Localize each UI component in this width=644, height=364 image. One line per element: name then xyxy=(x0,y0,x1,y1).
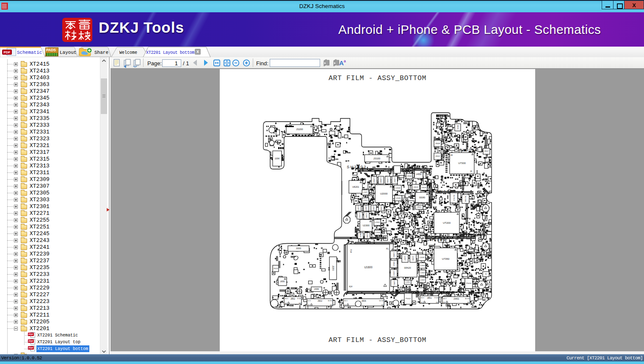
svg-text:G3: G3 xyxy=(299,303,301,304)
svg-text:J9202: J9202 xyxy=(435,155,440,157)
svg-text:P1: P1 xyxy=(386,248,389,250)
svg-text:00N20: 00N20 xyxy=(404,267,411,269)
svg-text:L2406: L2406 xyxy=(412,256,414,261)
svg-text:L2450: L2450 xyxy=(405,281,410,283)
svg-text:L2005: L2005 xyxy=(396,197,401,199)
svg-text:U2000: U2000 xyxy=(380,192,388,195)
svg-text:SH9001: SH9001 xyxy=(426,237,447,242)
svg-text:L2012: L2012 xyxy=(363,199,368,201)
svg-text:G2 2: G2 2 xyxy=(344,300,348,302)
svg-text:L8000: L8000 xyxy=(417,206,422,208)
svg-text:J9024: J9024 xyxy=(274,267,279,270)
svg-text:30 R2: 30 R2 xyxy=(328,300,332,302)
svg-text:L8001: L8001 xyxy=(413,186,418,188)
svg-text:J8201: J8201 xyxy=(457,125,459,130)
svg-text:L2403: L2403 xyxy=(420,272,425,274)
svg-text:L1027: L1027 xyxy=(363,191,368,193)
svg-text:L2037: L2037 xyxy=(365,206,367,211)
svg-text:P5400: P5400 xyxy=(466,282,472,284)
svg-text:L2405: L2405 xyxy=(420,256,425,258)
svg-text:J902: J902 xyxy=(318,300,322,302)
svg-text:L2404: L2404 xyxy=(420,264,425,267)
svg-text:00080: 00080 xyxy=(419,196,425,199)
svg-text:L2008: L2008 xyxy=(387,178,389,183)
svg-text:44: 44 xyxy=(451,154,453,156)
svg-text:U4550: U4550 xyxy=(416,173,422,175)
svg-text:SH9004: SH9004 xyxy=(459,148,478,152)
svg-text:U836: U836 xyxy=(280,281,285,283)
svg-text:8 G4: 8 G4 xyxy=(434,297,438,299)
svg-text:FL7004: FL7004 xyxy=(464,196,467,202)
svg-text:240M: 240M xyxy=(314,288,319,290)
svg-text:L2034: L2034 xyxy=(380,206,382,211)
svg-text:J8007: J8007 xyxy=(484,150,489,152)
svg-text:54 G4: 54 G4 xyxy=(379,300,383,302)
svg-text:G3: G3 xyxy=(381,304,383,306)
svg-text:G1: G1 xyxy=(285,303,287,304)
svg-text:G1: G1 xyxy=(421,302,423,303)
svg-text:40 G4: 40 G4 xyxy=(465,298,469,300)
svg-text:60N21: 60N21 xyxy=(393,261,395,267)
svg-text:P5402: P5402 xyxy=(406,297,411,300)
svg-text:J3250: J3250 xyxy=(332,266,334,271)
svg-text:8 G4: 8 G4 xyxy=(297,298,301,300)
svg-text:L8005: L8005 xyxy=(421,186,426,189)
svg-text:L2303: L2303 xyxy=(359,213,361,218)
svg-text:L2010: L2010 xyxy=(373,178,375,183)
svg-text:L2007: L2007 xyxy=(394,178,396,183)
svg-text:G3: G3 xyxy=(436,302,438,303)
svg-text:J851: J851 xyxy=(427,297,432,299)
svg-text:U7300: U7300 xyxy=(458,162,466,164)
svg-text:G2 2: G2 2 xyxy=(285,298,288,300)
svg-text:J852: J852 xyxy=(290,297,295,300)
svg-text:G2 2: G2 2 xyxy=(443,298,447,300)
svg-text:G3: G3 xyxy=(467,302,469,303)
svg-text:J806: J806 xyxy=(362,300,366,302)
svg-text:SH9002: SH9002 xyxy=(436,189,456,194)
svg-text:U7350: U7350 xyxy=(442,258,450,260)
svg-text:U1600: U1600 xyxy=(364,266,373,269)
svg-text:J0000: J0000 xyxy=(296,247,301,250)
svg-text:UT200: UT200 xyxy=(443,222,451,224)
svg-text:J9008: J9008 xyxy=(435,142,440,144)
svg-text:L2302: L2302 xyxy=(365,213,368,218)
svg-text:35: 35 xyxy=(485,273,487,275)
svg-text:295M: 295M xyxy=(407,175,411,177)
svg-text:P14: P14 xyxy=(350,249,352,253)
svg-text:A14: A14 xyxy=(349,286,353,288)
svg-text:L2 2: L2 2 xyxy=(308,300,311,302)
svg-text:J3100: J3100 xyxy=(373,157,381,160)
svg-text:L2305: L2305 xyxy=(366,233,368,238)
svg-text:G1: G1 xyxy=(308,304,310,306)
svg-text:G3: G3 xyxy=(330,304,332,306)
svg-text:EL7410: EL7410 xyxy=(453,195,455,201)
svg-text:L2009: L2009 xyxy=(380,178,382,183)
svg-text:M021: M021 xyxy=(359,233,362,238)
svg-text:SH2002: SH2002 xyxy=(347,164,367,169)
svg-text:L2401: L2401 xyxy=(393,281,395,286)
svg-text:J3200: J3200 xyxy=(296,128,303,131)
svg-text:J3401: J3401 xyxy=(453,297,459,300)
svg-text:100M: 100M xyxy=(275,158,280,160)
svg-text:L2402: L2402 xyxy=(420,279,425,281)
svg-text:G1: G1 xyxy=(344,304,346,306)
svg-text:16: 16 xyxy=(470,170,473,172)
svg-text:U2300: U2300 xyxy=(362,224,369,227)
svg-text:G1: G1 xyxy=(443,302,445,303)
svg-text:L1027: L1027 xyxy=(357,206,359,211)
svg-text:L2306: L2306 xyxy=(375,231,380,233)
svg-text:L2301: L2301 xyxy=(375,221,380,223)
svg-text:L2006: L2006 xyxy=(395,187,401,189)
svg-text:L2408: L2408 xyxy=(393,252,395,257)
svg-text:L2407: L2407 xyxy=(404,256,406,261)
svg-text:L2003: L2003 xyxy=(373,206,375,211)
svg-text:L2410: L2410 xyxy=(393,271,395,276)
svg-text:U6201: U6201 xyxy=(352,186,359,188)
svg-text:G2 2: G2 2 xyxy=(421,297,424,299)
